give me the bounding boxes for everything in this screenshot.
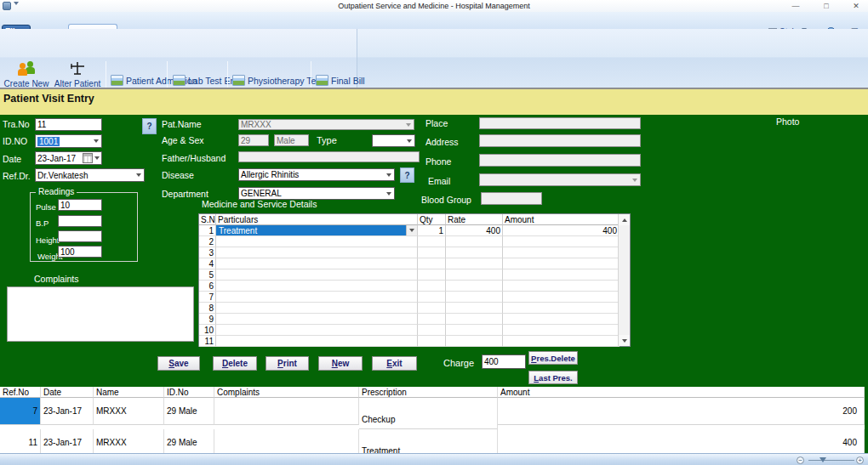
physiotherapy-test-label: Physiotherapy Test [248,76,323,86]
service-row[interactable]: 11 [199,336,630,347]
sex-field[interactable]: Male [274,134,309,146]
print-button[interactable]: Print [266,356,309,371]
patient-help-button[interactable]: ? [142,118,157,134]
dropdown-icon[interactable] [383,169,394,180]
cell-complaints[interactable] [214,398,359,425]
place-field[interactable] [479,117,641,129]
cell-amount[interactable]: 400 [503,225,620,236]
delete-button[interactable]: Delete [213,356,257,371]
menu-bar: File Master Transaction Lab Physiotherap… [0,12,868,29]
cell-sno: 8 [199,303,216,314]
cell-sno: 9 [199,314,216,325]
picture-icon [232,75,245,86]
dropdown-icon[interactable] [406,225,417,235]
zoom-in-icon[interactable]: + [856,456,864,464]
ref-dr-combobox[interactable]: Dr.Venkatesh [35,168,145,182]
ribbon-group-entry-details: Create New Patient Alter Patient Master … [0,29,357,88]
dropdown-icon [629,174,640,185]
save-button[interactable]: Save [157,356,200,371]
new-label: New [332,359,350,368]
father-husband-label: Father/Husband [162,153,226,163]
col-ref-no: Ref.No [0,387,41,398]
cell-id-no[interactable]: 29 Male [164,398,214,425]
history-table: Ref.No Date Name ID.No Complaints Prescr… [0,387,865,462]
particulars-combobox[interactable]: Treatment [216,225,418,236]
department-combobox[interactable]: GENERAL [238,187,395,200]
disease-combobox[interactable]: Allergic Rhinitis [238,168,395,181]
bp-label: B.P [36,218,49,228]
service-row[interactable]: 8 [199,303,630,314]
readings-title: Readings [36,187,77,196]
scroll-up-icon[interactable] [619,214,630,225]
bp-field[interactable] [58,215,102,227]
maximize-button[interactable]: □ [814,0,839,12]
particulars-value: Treatment [216,225,406,235]
phone-field[interactable] [479,154,641,167]
cell-qty[interactable]: 1 [418,225,446,236]
zoom-out-icon[interactable]: − [797,456,804,464]
col-rate: Rate [446,214,503,225]
service-row[interactable]: 2 [199,236,630,247]
father-husband-field[interactable] [238,151,420,162]
service-row[interactable]: 3 [199,247,630,258]
complaints-textarea[interactable] [7,286,194,342]
address-field[interactable] [479,134,641,147]
close-button[interactable]: ✕ [844,0,868,12]
service-row[interactable]: 10 [199,325,630,336]
date-picker[interactable]: 23-Jan-17 [35,151,102,165]
cell-sno: 4 [199,258,216,269]
history-row[interactable]: 7 23-Jan-17 MRXXX 29 Male Checkup 200 [0,398,865,429]
weight-field[interactable]: 100 [58,246,102,258]
scroll-down-icon[interactable] [619,335,630,346]
dropdown-icon[interactable] [133,169,144,181]
age-field[interactable]: 29 [238,134,269,146]
service-row[interactable]: 9 [199,314,630,325]
disease-value: Allergic Rhinitis [241,170,299,179]
dropdown-icon[interactable] [383,188,394,199]
pat-name-combobox[interactable]: MRXXX [238,119,414,130]
col-id-no: ID.No [164,387,214,398]
cell-amount[interactable]: 200 [498,398,865,425]
final-bill-button[interactable]: Final Bill [314,73,367,88]
new-button[interactable]: New [318,356,363,371]
pres-delete-button[interactable]: Pres.Delete [528,351,578,365]
blood-group-field[interactable] [481,192,542,205]
service-table-header: S.No Particulars Qty Rate Amount [199,214,630,225]
zoom-slider-thumb[interactable] [819,457,826,462]
height-field[interactable] [58,230,102,242]
picture-icon [111,75,123,86]
ref-dr-value: Dr.Venkatesh [37,171,88,180]
cell-rate[interactable]: 400 [446,225,503,236]
service-row[interactable]: 1 Treatment 1 400 400 [199,225,630,236]
patients-icon [17,61,37,77]
vertical-scrollbar[interactable] [618,214,630,346]
cell-name[interactable]: MRXXX [94,398,164,425]
pulse-field[interactable]: 10 [58,199,102,211]
cell-ref-no[interactable]: 7 [0,398,41,425]
picture-icon [173,75,186,86]
disease-help-button[interactable]: ? [400,167,414,183]
cell-sno: 7 [199,292,216,303]
zoom-slider-track[interactable] [808,460,854,461]
cell-date[interactable]: 23-Jan-17 [41,398,94,425]
col-amount: Amount [503,214,620,225]
last-pres-button[interactable]: Last Pres. [528,371,578,384]
calendar-dropdown-icon[interactable] [81,152,101,164]
service-row[interactable]: 4 [199,258,630,269]
service-row[interactable]: 5 [199,269,630,281]
type-combobox[interactable] [372,134,415,147]
charge-field[interactable]: 400 [482,354,526,369]
final-bill-label: Final Bill [331,76,365,86]
tra-no-field[interactable]: 11 [35,118,102,131]
id-no-combobox[interactable]: 1001 [35,134,102,148]
place-label: Place [425,118,448,128]
cell-prescription[interactable]: Checkup [359,398,498,429]
email-combobox[interactable] [479,173,641,186]
exit-button[interactable]: Exit [372,356,417,371]
charge-label: Charge [443,358,474,368]
service-row[interactable]: 6 [199,281,630,292]
minimize-button[interactable]: — [783,0,808,12]
dropdown-icon[interactable] [90,135,101,147]
dropdown-icon[interactable] [403,135,414,146]
service-row[interactable]: 7 [199,292,630,303]
